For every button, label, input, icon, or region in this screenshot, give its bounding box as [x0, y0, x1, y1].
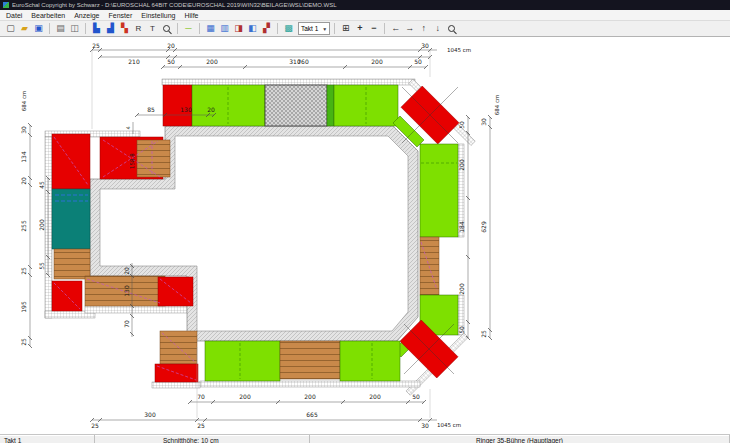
dim-label: 200: [458, 283, 465, 295]
toolbar-separator: [199, 23, 200, 34]
dim-label: 25: [92, 42, 100, 49]
formwork-icon-3[interactable]: ◨: [232, 22, 245, 35]
dim-label: 25: [91, 422, 99, 429]
panel-red[interactable]: [158, 277, 193, 306]
dim-label: 25: [20, 338, 27, 346]
takt-dropdown[interactable]: Takt 1 ▼: [298, 22, 330, 35]
panel-colors-icon[interactable]: ▚: [118, 22, 131, 35]
panel-green[interactable]: [420, 144, 458, 237]
new-icon[interactable]: ▢: [4, 22, 17, 35]
toolbar-separator: [384, 23, 385, 34]
dim-label: 130: [180, 106, 192, 113]
menu-hilfe[interactable]: Hilfe: [184, 12, 198, 19]
panel-green[interactable]: [192, 85, 265, 126]
dim-label: 20: [207, 106, 215, 113]
status-takt: Takt 1: [0, 435, 95, 443]
dim-label: 200: [206, 58, 218, 65]
pan-right-icon[interactable]: →: [403, 22, 416, 35]
stair-formwork-wood[interactable]: [137, 140, 170, 177]
pan-left-icon[interactable]: ←: [389, 22, 402, 35]
toolbar-separator: [177, 23, 178, 34]
panel-red[interactable]: [52, 281, 82, 311]
dim-label: 50: [167, 58, 175, 65]
dim-unit-label: 1045 cm: [437, 422, 461, 428]
blockout-hatch[interactable]: [265, 85, 327, 126]
dim-label: 200: [458, 159, 465, 171]
zoom-in-icon[interactable]: +: [353, 22, 366, 35]
save-icon[interactable]: ▣: [32, 22, 45, 35]
print-preview-icon[interactable]: ◫: [68, 22, 81, 35]
dim-label: 200: [371, 58, 383, 65]
chart-icon[interactable]: ▙: [90, 22, 103, 35]
dim-label: 4: [125, 126, 131, 129]
takt-dropdown-label: Takt 1: [301, 25, 318, 32]
panel-wood[interactable]: [420, 237, 439, 295]
panel-wood[interactable]: [280, 341, 340, 379]
dim-unit-label: 684 cm: [494, 95, 500, 116]
takt-colors-icon[interactable]: ▩: [282, 22, 295, 35]
toolbar-separator: [277, 23, 278, 34]
menu-anzeige[interactable]: Anzeige: [74, 12, 99, 19]
panel-green[interactable]: [205, 341, 280, 381]
dim-label: 210: [128, 58, 140, 65]
toolbar-separator: [334, 23, 335, 34]
dim-label: 134: [20, 151, 27, 163]
formwork-icon-1[interactable]: ▦: [204, 22, 217, 35]
dim-label: 255: [20, 220, 27, 232]
toolbar: ▢ ▰ ▣ ▤ ◫ ▙ ▟ ▚ R T ─ ▦ ▥ ◨ ◧ ▞ ▩ Takt 1…: [0, 21, 730, 37]
chevron-down-icon: ▼: [322, 26, 327, 32]
dim-unit-label: 684 cm: [21, 91, 27, 112]
titlebar: EuroSchal Copyright by Schwarz - D:\EURO…: [0, 0, 730, 10]
dim-label: 200: [38, 219, 45, 231]
formwork-icon-4[interactable]: ◧: [246, 22, 259, 35]
toolbar-separator: [85, 23, 86, 34]
dim-label: 25: [20, 267, 27, 275]
menu-datei[interactable]: Datei: [6, 12, 22, 19]
dim-unit-label: 1045 cm: [447, 47, 471, 53]
dim-label: 665: [306, 411, 318, 418]
dim-label: 310: [289, 58, 301, 65]
toolbar-separator: [49, 23, 50, 34]
view-r-icon[interactable]: R: [132, 22, 145, 35]
zoom-tool-icon[interactable]: [160, 22, 173, 35]
menu-bearbeiten[interactable]: Bearbeiten: [31, 12, 65, 19]
dim-label: 30: [421, 422, 429, 429]
app-icon: [3, 2, 9, 8]
dim-label: 50: [414, 58, 422, 65]
dim-label: 70: [123, 320, 130, 328]
panel-darkgreen[interactable]: [327, 85, 334, 126]
zoom-fit-icon[interactable]: ⊞: [339, 22, 352, 35]
panel-wood[interactable]: [54, 249, 90, 279]
dim-label: 30: [480, 118, 487, 126]
dim-label: 200: [369, 393, 381, 400]
pan-up-icon[interactable]: ↑: [417, 22, 430, 35]
bars-icon[interactable]: ▟: [104, 22, 117, 35]
dim-label: 50: [458, 326, 465, 334]
menu-fenster[interactable]: Fenster: [109, 12, 133, 19]
zoom-out-icon[interactable]: −: [367, 22, 380, 35]
pan-down-icon[interactable]: ↓: [431, 22, 444, 35]
print-icon[interactable]: ▤: [54, 22, 67, 35]
view-t-icon[interactable]: T: [146, 22, 159, 35]
status-system: Ringer 35-Bühne (Hauptlager): [310, 435, 730, 443]
wall-tool-icon[interactable]: ─: [182, 22, 195, 35]
dim-label: 50: [412, 393, 420, 400]
dim-label: 130: [123, 285, 130, 297]
panel-green[interactable]: [340, 341, 400, 381]
dim-label: 20: [167, 42, 175, 49]
status-schnitthoehe: Schnitthöhe: 10 cm: [95, 435, 310, 443]
menu-einstellung[interactable]: Einstellung: [141, 12, 175, 19]
panel-teal[interactable]: [52, 189, 90, 249]
statusbar: Takt 1 Schnitthöhe: 10 cm Ringer 35-Bühn…: [0, 434, 730, 443]
dim-label: 200: [239, 393, 251, 400]
dim-label: 85: [147, 106, 155, 113]
dim-label: 55: [38, 262, 45, 270]
search-icon[interactable]: [445, 22, 458, 35]
drawing-canvas[interactable]: 25 210 20 760 30 1045 cm 50 200 310 200 …: [0, 37, 730, 434]
formwork-icon-5[interactable]: ▞: [260, 22, 273, 35]
dim-label: 184: [458, 221, 465, 233]
dim-label: 195: [20, 301, 27, 313]
formwork-icon-2[interactable]: ▥: [218, 22, 231, 35]
open-icon[interactable]: ▰: [18, 22, 31, 35]
dim-label: 20: [20, 177, 27, 185]
